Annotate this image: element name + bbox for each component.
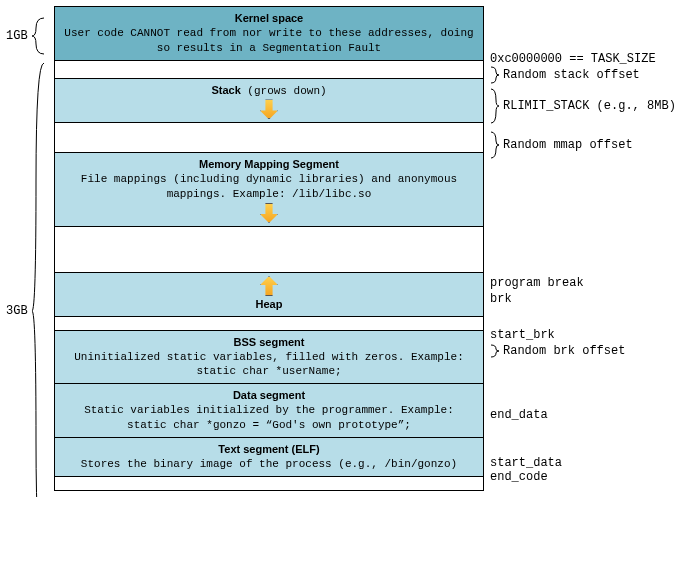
text-title: Text segment (ELF) (63, 442, 475, 457)
arrow-up-row (63, 275, 475, 297)
mmap-desc: File mappings (including dynamic librari… (63, 172, 475, 202)
kernel-size-text: 1GB (6, 29, 28, 43)
brace-icon (490, 66, 500, 84)
gap-heap (55, 227, 483, 273)
brace-icon (490, 131, 500, 159)
start-data-label: start_data (490, 456, 562, 470)
brace-icon (30, 16, 46, 56)
mmap-segment: Memory Mapping Segment File mappings (in… (55, 153, 483, 227)
stack-segment: Stack (grows down) (55, 79, 483, 124)
kernel-size-label: 1GB (6, 16, 46, 56)
gap-stack-offset (55, 61, 483, 79)
data-desc: Static variables initialized by the prog… (63, 403, 475, 433)
program-break-label: program break (490, 276, 584, 290)
data-segment: Data segment Static variables initialize… (55, 384, 483, 438)
brk-label: brk (490, 292, 512, 306)
right-annotations: 0xc0000000 == TASK_SIZE Random stack off… (484, 6, 690, 491)
bss-desc: Uninitialized static variables, filled w… (63, 350, 475, 380)
end-data-label: end_data (490, 408, 548, 422)
data-title: Data segment (63, 388, 475, 403)
rand-stack-label: Random stack offset (490, 66, 640, 84)
rlimit-label: RLIMIT_STACK (e.g., 8MB) (490, 88, 676, 124)
kernel-title: Kernel space (63, 11, 475, 26)
brace-icon (490, 88, 500, 124)
rand-brk-label: Random brk offset (490, 344, 625, 358)
arrow-down-icon (260, 99, 278, 119)
text-desc: Stores the binary image of the process (… (63, 457, 475, 472)
memory-layout-diagram: 1GB 3GB Kernel space User code CANNOT re… (6, 6, 690, 491)
end-code-label: end_code (490, 470, 548, 484)
bss-segment: BSS segment Uninitialized static variabl… (55, 331, 483, 385)
bss-title: BSS segment (63, 335, 475, 350)
mmap-title: Memory Mapping Segment (63, 157, 475, 172)
user-size-text: 3GB (6, 304, 28, 318)
heap-segment: Heap (55, 273, 483, 317)
arrow-down-icon (260, 203, 278, 223)
gap-mmap-offset (55, 123, 483, 153)
task-size-label: 0xc0000000 == TASK_SIZE (490, 52, 656, 66)
brace-icon (490, 344, 500, 358)
gap-bottom (55, 477, 483, 491)
brace-icon (30, 61, 46, 497)
start-brk-label: start_brk (490, 328, 555, 342)
arrow-down-row (63, 98, 475, 120)
user-size-label: 3GB (6, 61, 46, 497)
kernel-desc: User code CANNOT read from nor write to … (63, 26, 475, 56)
gap-brk-offset (55, 317, 483, 331)
heap-title: Heap (63, 297, 475, 312)
arrow-down-row (63, 202, 475, 224)
memory-column: Kernel space User code CANNOT read from … (54, 6, 484, 491)
stack-suffix: (grows down) (241, 85, 327, 97)
kernel-segment: Kernel space User code CANNOT read from … (55, 7, 483, 61)
rand-mmap-label: Random mmap offset (490, 131, 633, 159)
left-size-labels: 1GB 3GB (6, 6, 54, 491)
arrow-up-icon (260, 276, 278, 296)
stack-title: Stack (211, 84, 240, 96)
text-segment: Text segment (ELF) Stores the binary ima… (55, 438, 483, 477)
